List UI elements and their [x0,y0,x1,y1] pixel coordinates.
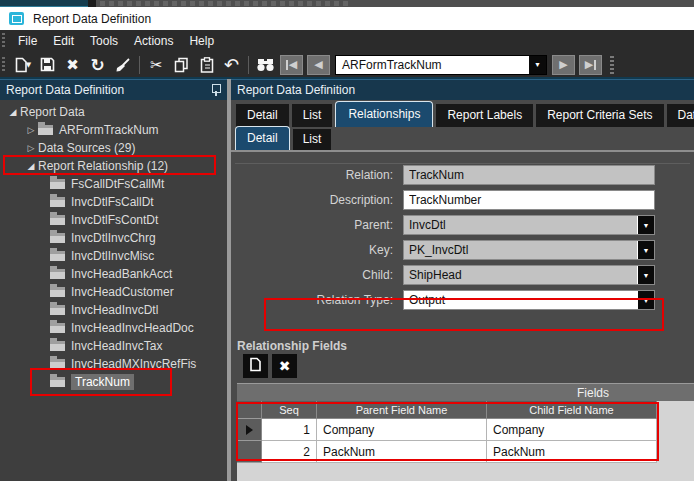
tree-item-label-selected[interactable]: TrackNum [71,374,134,390]
cell-seq[interactable]: 1 [262,419,317,441]
record-selector-value[interactable]: ARFormTrackNum [336,56,529,74]
next-record-button[interactable]: ▶ [552,55,575,75]
menu-tools[interactable]: Tools [82,31,126,51]
menu-help[interactable]: Help [181,31,222,51]
add-field-button[interactable] [243,354,268,378]
copy-button[interactable] [169,54,194,76]
undo-button[interactable]: ↶ [219,54,244,76]
clear-button[interactable] [110,54,135,76]
refresh-button[interactable]: ↻ [85,54,110,76]
tab-relationships[interactable]: Relationships [335,101,433,127]
cut-button[interactable]: ✂ [144,54,169,76]
relation-type-dropdown-icon[interactable]: ▼ [637,291,654,309]
tab-list[interactable]: List [292,104,333,127]
tree-item-tracknum[interactable]: TrackNum [50,373,134,391]
previous-record-button[interactable]: ◀ [307,55,330,75]
cell-seq[interactable]: 2 [262,441,317,463]
expander-open-icon[interactable]: ◢ [6,107,20,117]
key-combo-value[interactable] [404,241,637,259]
column-header-parent-field-name[interactable]: Parent Field Name [317,401,487,419]
key-combo[interactable]: ▼ [403,240,655,260]
tab-report-labels[interactable]: Report Labels [436,104,533,127]
expander-closed-icon[interactable]: ▷ [24,143,38,153]
tree-item-invcheadinvctax[interactable]: InvcHeadInvcTax [50,337,162,355]
tree-item-report-relationship[interactable]: ◢Report Relationship (12) [24,157,168,175]
column-header-seq[interactable]: Seq [262,401,317,419]
menu-actions[interactable]: Actions [126,31,181,51]
tab-data-sources[interactable]: Data S [667,104,694,127]
save-button[interactable] [35,54,60,76]
tree-item-invcheadcustomer[interactable]: InvcHeadCustomer [50,283,174,301]
cell-child-field[interactable]: PackNum [487,441,657,463]
menu-edit[interactable]: Edit [45,31,82,51]
child-combo-value[interactable] [404,266,637,284]
tree-item-report-data[interactable]: ◢Report Data [6,103,85,121]
subtab-list[interactable]: List [293,129,332,150]
tree-item-label[interactable]: FsCallDtFsCallMt [71,177,164,191]
record-selector-combo[interactable]: ARFormTrackNum ▼ [335,55,547,75]
tree-item-invcdtlinvcchrg[interactable]: InvcDtlInvcChrg [50,229,156,247]
tree-item-label[interactable]: InvcDtlInvcChrg [71,231,156,245]
table-row[interactable]: 1 Company Company [237,419,694,441]
tree-item-invcheadinvcdtl[interactable]: InvcHeadInvcDtl [50,301,158,319]
copy-icon [174,57,189,73]
relation-input [404,166,654,184]
tree-item-label[interactable]: InvcHeadMXInvcRefFis [71,357,196,371]
tree-item-label[interactable]: Data Sources (29) [38,141,135,155]
report-data-tree: ◢Report Data ▷ARFormTrackNum ▷Data Sourc… [0,101,227,481]
relation-type-combo-value[interactable] [404,291,637,309]
tree-item-invcheadbankacct[interactable]: InvcHeadBankAcct [50,265,172,283]
parent-dropdown-icon[interactable]: ▼ [637,216,654,234]
new-dropdown-icon[interactable]: ▼ [26,61,31,69]
tree-item-invcdtlfscalldt[interactable]: InvcDtlFsCallDt [50,193,154,211]
delete-button[interactable]: ✖ [60,54,85,76]
tree-item-data-sources[interactable]: ▷Data Sources (29) [24,139,135,157]
search-button[interactable] [253,54,278,76]
tree-item-invcheadmxinvcreffis[interactable]: InvcHeadMXInvcRefFis [50,355,196,373]
child-combo[interactable]: ▼ [403,265,655,285]
key-dropdown-icon[interactable]: ▼ [637,241,654,259]
delete-field-button[interactable]: ✖ [272,354,297,378]
tree-item-label[interactable]: InvcHeadInvcDtl [71,303,158,317]
expander-open-icon[interactable]: ◢ [24,161,38,171]
paste-button[interactable] [194,54,219,76]
record-selector-dropdown-icon[interactable]: ▼ [529,56,546,74]
tree-item-label[interactable]: ARFormTrackNum [59,123,159,137]
tab-detail[interactable]: Detail [236,104,289,127]
expander-closed-icon[interactable]: ▷ [24,125,38,135]
tree-item-invcdtlinvcmisc[interactable]: InvcDtlInvcMisc [50,247,154,265]
new-button[interactable]: ▼ [10,54,35,76]
tree-item-label[interactable]: InvcHeadBankAcct [71,267,172,281]
tree-item-label[interactable]: InvcHeadCustomer [71,285,174,299]
report-data-definition-window: Report Data Definition File Edit Tools A… [0,0,694,481]
tree-item-invcheadinvcheaddoc[interactable]: InvcHeadInvcHeadDoc [50,319,194,337]
description-input[interactable] [404,191,654,209]
cell-child-field[interactable]: Company [487,419,657,441]
last-record-icon [594,60,596,70]
tree-item-label[interactable]: Report Data [20,105,85,119]
tree-item-fscalldtfscallmt[interactable]: FsCallDtFsCallMt [50,175,164,193]
tree-item-invcdtlfscontdt[interactable]: InvcDtlFsContDt [50,211,158,229]
tree-item-label[interactable]: InvcDtlInvcMisc [71,249,154,263]
first-record-button[interactable]: ◀ [280,55,303,75]
tree-item-arformtracknum[interactable]: ▷ARFormTrackNum [24,121,159,139]
child-dropdown-icon[interactable]: ▼ [637,266,654,284]
tree-item-label[interactable]: InvcHeadInvcTax [71,339,162,353]
table-row[interactable]: 2 PackNum PackNum [237,441,694,463]
column-header-child-field-name[interactable]: Child Field Name [487,401,657,419]
relation-type-combo[interactable]: ▼ [403,290,655,310]
tab-report-criteria-sets[interactable]: Report Criteria Sets [536,104,663,127]
parent-combo-value[interactable] [404,216,637,234]
pin-icon[interactable] [210,83,221,97]
menu-file[interactable]: File [10,31,45,51]
tree-item-label[interactable]: Report Relationship (12) [38,159,168,173]
tree-item-label[interactable]: InvcDtlFsContDt [71,213,158,227]
parent-combo[interactable]: ▼ [403,215,655,235]
cell-parent-field[interactable]: PackNum [317,441,487,463]
tree-item-label[interactable]: InvcDtlFsCallDt [71,195,154,209]
cell-parent-field[interactable]: Company [317,419,487,441]
last-record-button[interactable]: ▶ [579,55,602,75]
tree-item-label[interactable]: InvcHeadInvcHeadDoc [71,321,194,335]
subtab-detail[interactable]: Detail [235,126,290,150]
grid-group-header: Fields [237,383,694,401]
